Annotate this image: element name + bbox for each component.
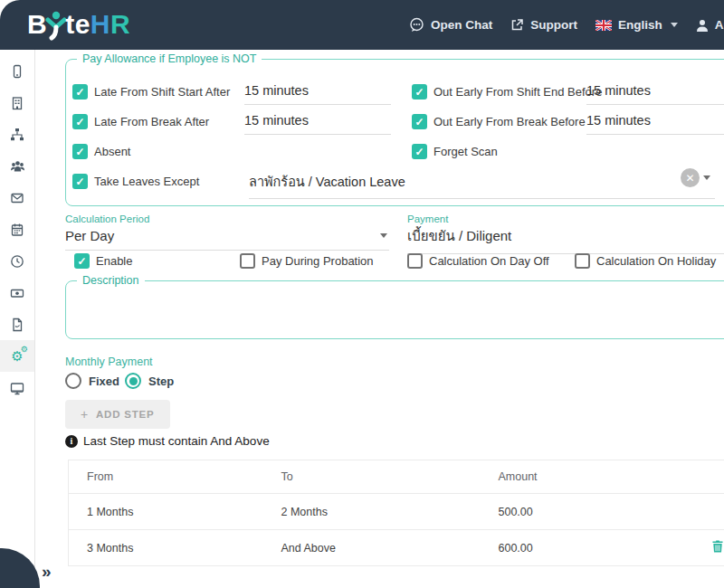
sidebar-item-mail[interactable] xyxy=(0,182,34,213)
calculation-on-holiday-checkbox[interactable] xyxy=(575,253,590,269)
app-window: B te H R Open Chat xyxy=(0,0,724,588)
step-label: Step xyxy=(148,375,174,388)
out-break-checkbox[interactable] xyxy=(412,114,427,129)
add-step-label: ADD STEP xyxy=(96,409,155,420)
org-chart-icon xyxy=(10,128,24,142)
enable-checkbox[interactable] xyxy=(74,253,90,269)
language-selector[interactable]: English xyxy=(595,18,678,32)
chat-bubble-icon xyxy=(409,17,424,33)
sidebar-item-devices[interactable] xyxy=(0,372,34,403)
cell-to: 2 Months xyxy=(263,494,481,530)
payment-label: Payment xyxy=(407,213,448,224)
logo-text-te: te xyxy=(65,7,90,42)
clear-selection-button[interactable] xyxy=(681,168,700,187)
payment-input[interactable]: เบี้ยขยัน / Diligent xyxy=(407,225,724,254)
take-leaves-checkbox[interactable] xyxy=(72,174,88,189)
take-leaves-caret-icon[interactable] xyxy=(703,175,710,180)
fixed-radio[interactable] xyxy=(65,373,81,389)
logo-text-b: B xyxy=(27,7,47,42)
out-shift-checkbox[interactable] xyxy=(412,84,427,100)
info-text: Last Step must contain And Above xyxy=(83,434,270,448)
forget-scan-checkbox[interactable] xyxy=(412,144,427,159)
pay-during-probation-checkbox[interactable] xyxy=(240,253,255,269)
left-sidebar: ⚙⚙ xyxy=(0,50,35,588)
trash-icon xyxy=(712,540,723,553)
cell-amount: 600.00 xyxy=(481,530,698,566)
logo-text-h: H xyxy=(90,7,110,42)
column-header-to: To xyxy=(263,460,481,494)
description-fieldset: Description xyxy=(65,274,724,339)
info-icon xyxy=(65,435,78,448)
info-note: Last Step must contain And Above xyxy=(65,434,270,448)
out-break-minutes-input[interactable]: 15 minutes xyxy=(586,113,724,135)
sidebar-item-calendar[interactable] xyxy=(0,213,34,245)
add-step-button[interactable]: ADD STEP xyxy=(65,400,170,429)
support-link[interactable]: Support xyxy=(510,18,577,32)
sidebar-item-employees[interactable] xyxy=(0,150,34,182)
enable-label: Enable xyxy=(96,254,132,268)
external-link-icon xyxy=(510,18,524,32)
chevron-down-icon xyxy=(671,23,678,27)
monthly-payment-label: Monthly Payment xyxy=(65,356,153,368)
pay-during-probation-label: Pay During Probation xyxy=(262,254,374,268)
take-leaves-label: Take Leaves Except xyxy=(94,175,199,188)
open-chat-button[interactable]: Open Chat xyxy=(409,17,492,33)
cell-from: 1 Months xyxy=(69,494,263,530)
user-menu[interactable]: Arnajak Pi xyxy=(696,18,724,32)
sidebar-item-mobile[interactable] xyxy=(0,55,34,87)
sidebar-item-org-chart[interactable] xyxy=(0,119,34,150)
absent-label: Absent xyxy=(94,145,130,158)
late-break-minutes-input[interactable]: 15 minutes xyxy=(244,113,391,135)
table-row: 3 Months And Above 600.00 xyxy=(69,530,724,566)
take-leaves-select[interactable]: ลาพักร้อน / Vacation Leave xyxy=(249,171,715,199)
person-logo-icon xyxy=(45,7,67,42)
pay-allowance-legend: Pay Allowance if Employee is NOT xyxy=(77,52,262,65)
sidebar-item-documents[interactable] xyxy=(0,308,34,340)
description-textarea[interactable] xyxy=(73,289,707,328)
late-shift-minutes-input[interactable]: 15 minutes xyxy=(244,83,391,105)
navbar-menu: Open Chat Support English xyxy=(409,0,724,50)
bytehr-logo[interactable]: B te H R xyxy=(27,7,130,42)
out-shift-label: Out Early From Shift End Before xyxy=(433,85,602,99)
absent-checkbox[interactable] xyxy=(72,144,88,159)
late-shift-checkbox[interactable] xyxy=(72,84,88,100)
logo-text-r: R xyxy=(110,7,130,42)
building-icon xyxy=(10,96,24,110)
sidebar-item-company[interactable] xyxy=(0,87,34,119)
user-name: Arnajak Pi xyxy=(715,18,724,32)
out-break-label: Out Early From Break Before xyxy=(433,115,586,128)
user-icon xyxy=(696,19,709,32)
steps-table: From To Amount 1 Months 2 Months 500.00 … xyxy=(68,460,724,566)
forget-scan-label: Forget Scan xyxy=(433,145,498,158)
open-chat-label: Open Chat xyxy=(431,18,492,32)
calculation-period-select[interactable]: Per Day xyxy=(65,228,389,251)
late-shift-label: Late From Shift Start After xyxy=(94,85,230,99)
support-label: Support xyxy=(530,18,577,32)
delete-row-button[interactable] xyxy=(712,540,723,555)
cell-from: 3 Months xyxy=(69,530,263,566)
table-row: 1 Months 2 Months 500.00 xyxy=(69,494,724,530)
column-header-amount: Amount xyxy=(481,460,698,494)
gears-icon: ⚙⚙ xyxy=(11,349,23,363)
out-shift-minutes-input[interactable]: 15 minutes xyxy=(586,83,724,105)
sidebar-item-payroll[interactable] xyxy=(0,277,34,308)
mobile-icon xyxy=(10,64,24,79)
language-label: English xyxy=(618,18,662,32)
sidebar-item-settings[interactable]: ⚙⚙ xyxy=(0,340,34,372)
calculation-on-holiday-label: Calculation On Holiday xyxy=(596,254,716,268)
calculation-on-day-off-label: Calculation On Day Off xyxy=(429,254,549,268)
column-header-actions xyxy=(698,460,724,494)
team-icon xyxy=(10,159,25,174)
description-legend: Description xyxy=(77,274,145,287)
monitor-icon xyxy=(10,381,24,395)
calculation-on-day-off-checkbox[interactable] xyxy=(407,253,423,269)
step-radio[interactable] xyxy=(125,373,141,389)
table-header-row: From To Amount xyxy=(69,460,724,494)
late-break-label: Late From Break After xyxy=(94,115,209,128)
late-break-checkbox[interactable] xyxy=(72,114,88,129)
sidebar-item-time[interactable] xyxy=(0,245,34,277)
column-header-from: From xyxy=(69,460,263,494)
sidebar-expand-button[interactable]: » xyxy=(42,562,52,582)
plus-icon xyxy=(81,407,89,422)
calculation-period-caret-icon[interactable] xyxy=(380,233,387,238)
